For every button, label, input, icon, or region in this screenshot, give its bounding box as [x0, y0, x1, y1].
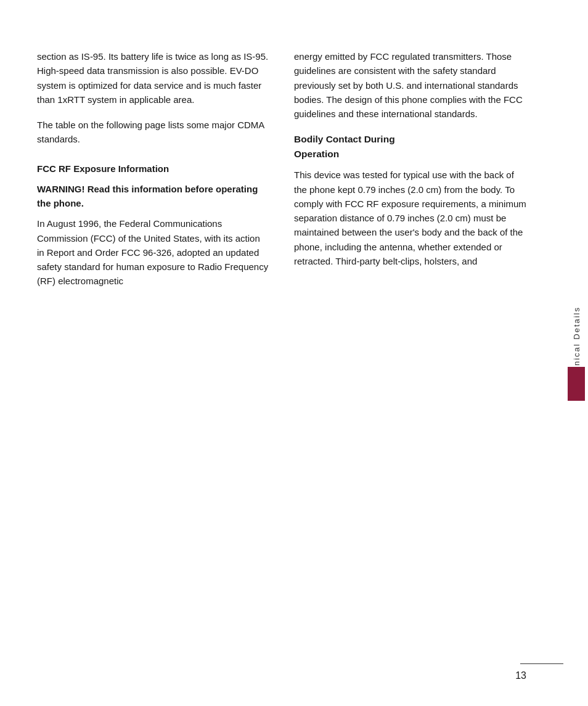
left-paragraph-1: section as IS-95. Its battery life is tw… [37, 49, 269, 107]
bodily-contact-heading: Bodily Contact During Operation [294, 132, 526, 162]
left-paragraph-2: The table on the following page lists so… [37, 118, 269, 147]
right-paragraph-1: energy emitted by FCC regulated transmit… [294, 49, 526, 121]
bottom-rule [520, 663, 563, 664]
bodily-heading-line1: Bodily Contact During [294, 134, 395, 144]
page-container: section as IS-95. Its battery life is tw… [0, 0, 588, 706]
fcc-rf-heading: FCC RF Exposure Information [37, 162, 269, 176]
right-paragraph-2: This device was tested for typical use w… [294, 168, 526, 268]
page-number: 13 [515, 670, 526, 681]
right-column: energy emitted by FCC regulated transmit… [294, 49, 526, 657]
left-paragraph-3: In August 1996, the Federal Communicatio… [37, 216, 269, 288]
warning-heading: WARNING! Read this information before op… [37, 182, 269, 211]
content-area: section as IS-95. Its battery life is tw… [37, 49, 526, 657]
sidebar-accent [568, 367, 585, 401]
sidebar-label: Technical Details [565, 0, 588, 706]
bodily-heading-line2: Operation [294, 149, 339, 159]
left-column: section as IS-95. Its battery life is tw… [37, 49, 269, 657]
